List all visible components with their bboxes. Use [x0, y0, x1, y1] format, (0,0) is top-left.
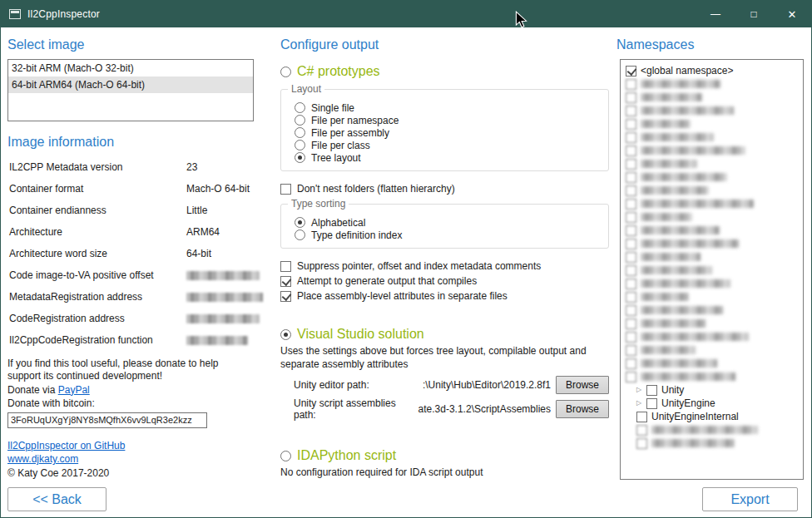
checkbox-icon[interactable] [626, 358, 636, 369]
namespace-row[interactable] [623, 250, 800, 264]
expander-icon[interactable]: ▷ [636, 383, 646, 397]
namespace-row[interactable] [623, 77, 800, 91]
checkbox-icon[interactable] [626, 66, 636, 76]
namespace-row[interactable] [623, 317, 800, 330]
namespace-row[interactable] [623, 197, 800, 210]
checkbox-icon[interactable] [646, 398, 657, 409]
maximize-button[interactable]: □ [735, 1, 773, 27]
namespace-row[interactable] [623, 131, 800, 144]
checkbox-icon[interactable] [280, 291, 291, 302]
checkbox-icon[interactable] [280, 276, 291, 287]
output-option-row[interactable]: Attempt to generate output that compiles [280, 274, 609, 289]
image-list-item[interactable]: 64-bit ARM64 (Mach-O 64-bit) [8, 76, 253, 93]
namespace-row[interactable] [623, 290, 800, 303]
namespace-row[interactable] [623, 357, 800, 370]
browse-button[interactable]: Browse [556, 400, 609, 418]
checkbox-icon[interactable] [626, 172, 636, 183]
checkbox-icon[interactable] [626, 185, 636, 196]
namespace-row[interactable] [623, 423, 800, 437]
layout-option[interactable]: Single file [295, 101, 600, 114]
namespace-row[interactable] [623, 303, 800, 317]
layout-option[interactable]: Tree layout [295, 151, 600, 164]
namespace-row[interactable] [623, 104, 800, 117]
checkbox-icon[interactable] [636, 412, 647, 422]
checkbox-icon[interactable] [626, 159, 636, 170]
export-button[interactable]: Export [702, 487, 798, 511]
namespace-row[interactable] [623, 184, 800, 197]
checkbox-icon[interactable] [636, 438, 647, 449]
expander-icon[interactable]: ▷ [636, 397, 646, 410]
checkbox-icon[interactable] [626, 106, 636, 116]
bitcoin-address-input[interactable] [7, 412, 207, 428]
layout-option[interactable]: File per class [295, 139, 600, 151]
namespace-row[interactable]: ▷ Unity [623, 383, 800, 397]
path-field-value[interactable]: ate.3d-3.1.2\ScriptAssemblies [418, 403, 556, 415]
namespace-row[interactable]: ▷ UnityEngine [623, 397, 800, 410]
close-button[interactable]: ✕ [773, 1, 811, 27]
namespace-row[interactable] [623, 144, 800, 157]
output-option-row[interactable]: Suppress pointer, offset and index metad… [280, 259, 609, 274]
namespaces-list[interactable]: <global namespace> [620, 59, 804, 480]
namespace-row[interactable] [623, 157, 800, 170]
namespace-row[interactable] [623, 330, 800, 343]
idapython-script-radio[interactable]: IDAPython script [280, 448, 609, 463]
radio-icon[interactable] [295, 127, 305, 138]
github-link[interactable]: Il2CppInspector on GitHub [7, 440, 125, 451]
image-list-item[interactable]: 32-bit ARM (Mach-O 32-bit) [8, 60, 253, 76]
checkbox-icon[interactable] [626, 92, 636, 103]
checkbox-icon[interactable] [626, 225, 636, 236]
flatten-checkbox-row[interactable]: Don't nest folders (flatten hierarchy) [280, 182, 609, 195]
type-sorting-option[interactable]: Type definition index [295, 229, 600, 241]
namespace-row[interactable] [623, 91, 800, 104]
radio-icon[interactable] [295, 229, 305, 240]
checkbox-icon[interactable] [280, 261, 291, 272]
namespace-row[interactable] [623, 343, 800, 357]
checkbox-icon[interactable] [626, 332, 636, 343]
checkbox-icon[interactable] [626, 305, 636, 316]
checkbox-icon[interactable] [626, 252, 636, 263]
checkbox-icon[interactable] [626, 239, 636, 249]
radio-icon[interactable] [295, 115, 305, 126]
namespace-row[interactable] [623, 277, 800, 290]
checkbox-icon[interactable] [626, 199, 636, 210]
radio-icon[interactable] [280, 451, 291, 461]
paypal-link[interactable]: PayPal [58, 384, 90, 396]
checkbox-icon[interactable] [626, 345, 636, 356]
title-bar[interactable]: Il2CppInspector — □ ✕ [1, 1, 811, 27]
radio-icon[interactable] [280, 67, 291, 77]
checkbox-icon[interactable] [626, 372, 636, 382]
namespace-row[interactable] [623, 117, 800, 131]
namespace-row[interactable] [623, 210, 800, 224]
website-link[interactable]: www.djkaty.com [7, 453, 78, 465]
namespace-row[interactable]: <global namespace> [623, 64, 800, 77]
layout-option[interactable]: File per namespace [295, 114, 600, 126]
checkbox-icon[interactable] [280, 184, 291, 195]
checkbox-icon[interactable] [646, 385, 657, 396]
csharp-prototypes-radio[interactable]: C# prototypes [280, 64, 609, 79]
path-field-value[interactable]: :\Unity\Hub\Editor\2019.2.8f1 [423, 379, 556, 391]
checkbox-icon[interactable] [626, 279, 636, 289]
back-button[interactable]: << Back [7, 487, 106, 511]
checkbox-icon[interactable] [626, 212, 636, 223]
namespace-row[interactable] [623, 224, 800, 237]
radio-icon[interactable] [280, 329, 291, 340]
radio-icon[interactable] [295, 102, 305, 113]
checkbox-icon[interactable] [626, 318, 636, 329]
namespace-row[interactable] [623, 170, 800, 184]
namespace-row[interactable]: UnityEngineInternal [623, 410, 800, 423]
checkbox-icon[interactable] [636, 425, 647, 436]
namespace-row[interactable] [623, 370, 800, 383]
checkbox-icon[interactable] [626, 79, 636, 90]
namespace-row[interactable] [623, 264, 800, 277]
browse-button[interactable]: Browse [556, 376, 609, 394]
namespace-row[interactable] [623, 237, 800, 250]
radio-icon[interactable] [295, 140, 305, 150]
checkbox-icon[interactable] [626, 292, 636, 303]
checkbox-icon[interactable] [626, 132, 636, 143]
radio-icon[interactable] [295, 152, 305, 163]
radio-icon[interactable] [295, 217, 305, 228]
visual-studio-solution-radio[interactable]: Visual Studio solution [280, 327, 609, 342]
layout-option[interactable]: File per assembly [295, 126, 600, 139]
namespace-row[interactable] [623, 437, 800, 450]
minimize-button[interactable]: — [696, 1, 735, 27]
